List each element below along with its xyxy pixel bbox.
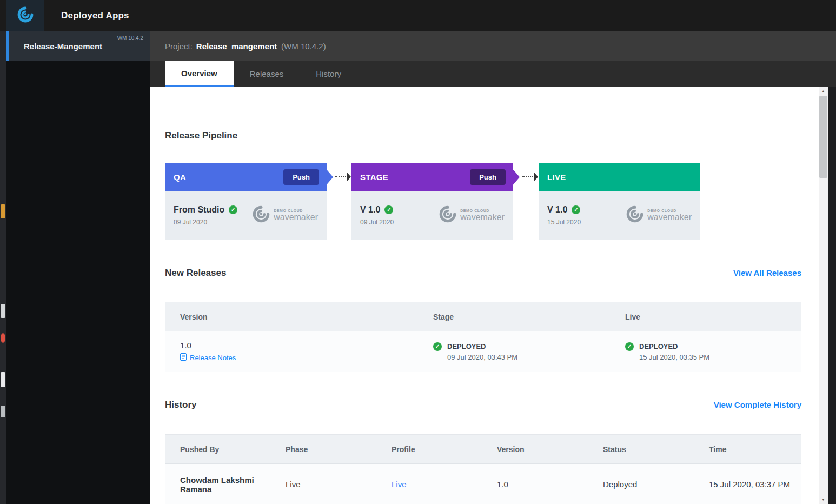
time-cell: 15 Jul 2020, 03:37 PM: [709, 480, 801, 489]
live-status: DEPLOYED: [639, 342, 709, 350]
column-profile: Profile: [392, 445, 497, 454]
project-label: Project:: [165, 42, 193, 51]
stage-date: 15 Jul 2020: [547, 218, 581, 226]
tab-bar: Overview Releases History: [150, 61, 836, 87]
stage-status-cell: ✓ DEPLOYED 09 Jul 2020, 03:43 PM: [433, 342, 625, 361]
project-version: (WM 10.4.2): [281, 42, 326, 51]
document-icon: [180, 353, 187, 362]
column-status: Status: [603, 445, 709, 454]
project-header: Project: Release_mangement (WM 10.4.2): [150, 31, 836, 61]
pipeline-card-live: LIVE V 1.0 ✓ 15 Jul 2020: [539, 163, 700, 240]
connector-arrow-icon: [534, 172, 538, 182]
taskbar-icon-fragment: [1, 333, 5, 343]
stage-name: LIVE: [547, 173, 566, 182]
column-live: Live: [625, 313, 801, 321]
stage-arrow-icon: [327, 170, 333, 185]
profile-cell: Live: [392, 480, 497, 489]
overview-content: Release Pipeline QA Push From Studio ✓ 0…: [150, 87, 828, 504]
table-row: 1.0 Release Notes: [165, 331, 801, 372]
column-version: Version: [180, 313, 433, 321]
pipeline-card-stage-header: STAGE Push: [351, 163, 513, 191]
demo-cloud-logo: DEMO CLOUD wavemaker: [252, 205, 318, 226]
view-complete-history-link[interactable]: View Complete History: [714, 400, 801, 409]
history-table: Pushed By Phase Profile Version Status T…: [165, 434, 801, 504]
stage-version: V 1.0 ✓: [547, 205, 581, 215]
tab-history[interactable]: History: [300, 61, 357, 87]
connector-arrow-icon: [347, 172, 351, 182]
pipeline-card-qa-header: QA Push: [165, 163, 327, 191]
pipeline-card-live-header: LIVE: [539, 163, 700, 191]
new-releases-title: New Releases: [165, 268, 226, 278]
vertical-scrollbar[interactable]: ▲ ▼: [819, 87, 828, 504]
wavemaker-wave-icon-gray: [439, 205, 457, 226]
sidebar: Release-Mangement WM 10.4.2: [6, 31, 150, 504]
check-icon: ✓: [433, 342, 442, 351]
pipeline-card-live-body: V 1.0 ✓ 15 Jul 2020 DEMO CLOUD: [539, 191, 700, 240]
page-title: Deployed Apps: [61, 10, 129, 21]
demo-cloud-logo: DEMO CLOUD wavemaker: [626, 205, 692, 226]
tab-overview[interactable]: Overview: [165, 61, 234, 87]
table-header: Version Stage Live: [165, 302, 801, 331]
sidebar-item-version: WM 10.4.2: [117, 35, 143, 41]
pushed-by-cell: Chowdam Lakshmi Ramana: [180, 475, 286, 494]
taskbar-icon-fragment: [1, 406, 5, 417]
demo-cloud-label: DEMO CLOUD: [647, 209, 692, 213]
sidebar-item-release-management[interactable]: Release-Mangement WM 10.4.2: [6, 31, 150, 61]
wavemaker-wave-icon-gray: [626, 205, 644, 226]
version-cell: 1.0 Release Notes: [180, 341, 433, 362]
column-stage: Stage: [433, 313, 625, 321]
pipeline-card-stage-body: V 1.0 ✓ 09 Jul 2020 DEMO CLOUD: [351, 191, 513, 240]
push-button-qa[interactable]: Push: [283, 169, 319, 185]
scroll-up-button[interactable]: ▲: [819, 87, 828, 96]
new-releases-table: Version Stage Live 1.0: [165, 302, 801, 372]
check-icon: ✓: [229, 205, 237, 214]
tab-releases[interactable]: Releases: [234, 61, 300, 87]
stage-status: DEPLOYED: [447, 342, 517, 350]
project-name: Release_mangement: [196, 42, 277, 51]
stage-date: 09 Jul 2020: [360, 218, 394, 226]
wavemaker-logo[interactable]: [6, 0, 44, 31]
taskbar-icon-fragment: [1, 304, 5, 318]
stage-version: V 1.0 ✓: [360, 205, 394, 215]
wavemaker-label: wavemaker: [460, 213, 505, 222]
scroll-down-button[interactable]: ▼: [819, 495, 828, 504]
column-version: Version: [497, 445, 603, 454]
taskbar-icon-fragment: [1, 372, 5, 387]
version-value: 1.0: [180, 341, 426, 350]
stage-name: QA: [174, 173, 186, 182]
column-phase: Phase: [286, 445, 392, 454]
release-pipeline-title: Release Pipeline: [165, 130, 237, 141]
history-title: History: [165, 400, 197, 410]
stage-time: 09 Jul 2020, 03:43 PM: [447, 353, 517, 361]
table-row: Chowdam Lakshmi Ramana Live Live 1.0 Dep…: [165, 464, 801, 504]
column-time: Time: [709, 445, 801, 454]
version-cell: 1.0: [497, 480, 603, 489]
wavemaker-label: wavemaker: [647, 213, 692, 222]
scrollbar-thumb[interactable]: [819, 96, 827, 178]
view-all-releases-link[interactable]: View All Releases: [733, 268, 801, 277]
pipeline-connector: [335, 176, 348, 177]
check-icon: ✓: [572, 205, 580, 214]
stage-arrow-icon: [513, 170, 520, 185]
check-icon: ✓: [384, 205, 393, 214]
top-bar: Deployed Apps: [0, 0, 836, 31]
sidebar-item-label: Release-Mangement: [24, 42, 102, 51]
wavemaker-label: wavemaker: [274, 213, 318, 222]
pipeline-connector: [522, 176, 535, 177]
phase-cell: Live: [286, 480, 392, 489]
check-icon: ✓: [625, 342, 634, 351]
table-header: Pushed By Phase Profile Version Status T…: [165, 435, 801, 464]
profile-live-link[interactable]: Live: [392, 480, 407, 489]
live-status-cell: ✓ DEPLOYED 15 Jul 2020, 03:35 PM: [625, 342, 801, 361]
status-cell: Deployed: [603, 480, 709, 489]
deployed-apps-window: Deployed Apps Release-Mangement WM 10.4.…: [0, 0, 836, 504]
pipeline-card-qa: QA Push From Studio ✓ 09 Jul 2020: [165, 163, 327, 240]
pipeline-card-stage: STAGE Push V 1.0 ✓ 09 Jul 2020: [351, 163, 513, 240]
stage-name: STAGE: [360, 173, 388, 182]
taskbar-edge-strip: [0, 0, 6, 504]
push-button-stage[interactable]: Push: [470, 169, 506, 185]
demo-cloud-logo: DEMO CLOUD wavemaker: [439, 205, 505, 226]
wavemaker-wave-icon: [17, 6, 34, 25]
demo-cloud-label: DEMO CLOUD: [274, 209, 318, 213]
release-notes-link[interactable]: Release Notes: [180, 353, 236, 362]
